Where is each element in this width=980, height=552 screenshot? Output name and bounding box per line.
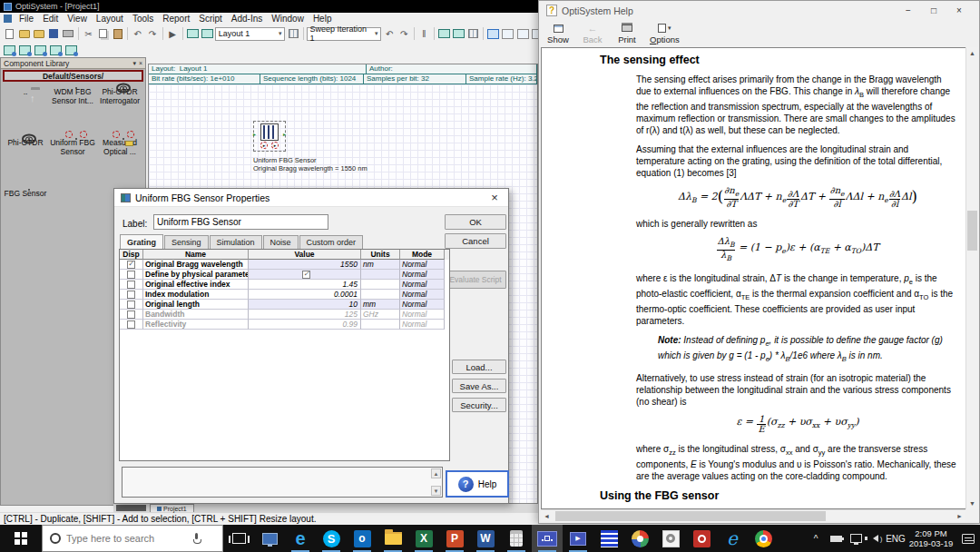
battery-icon[interactable] [826,536,846,542]
input-port[interactable]: ▸ [260,142,268,149]
dialog-title-bar[interactable]: Uniform FBG Sensor Properties × [114,189,508,207]
menu-edit[interactable]: Edit [38,14,63,24]
vertical-scrollbar[interactable]: ▲ ▼ [965,47,978,509]
dialog-close-icon[interactable]: × [487,191,502,204]
disp-checkbox[interactable]: ✓ [127,261,135,269]
taskbar-icon-chrome[interactable] [748,525,779,552]
scroll-left-icon[interactable]: ◄ [541,510,553,522]
tab-scroll-block[interactable] [116,505,146,511]
view-horizontal-button[interactable] [516,26,530,41]
start-button[interactable] [0,525,42,552]
open-sample-button[interactable] [32,26,45,41]
component-tool-icon-5[interactable] [65,45,77,55]
close-button[interactable]: × [946,5,972,15]
panel-close-icon[interactable]: × [139,60,142,67]
taskbar-icon-file-explorer[interactable] [377,525,408,552]
save-button[interactable] [47,26,61,41]
vertical-scroll-thumb[interactable] [967,211,977,251]
taskbar-search[interactable] [42,525,223,552]
copy-button[interactable] [96,26,110,41]
label-input[interactable] [153,214,328,230]
print-button[interactable] [62,26,75,41]
library-item-up[interactable]: ↑ .. [2,85,49,136]
layout-view-button[interactable] [185,26,199,41]
library-item-phi-otdr-interrogator[interactable]: Phi-OTDR Interrogator [96,85,143,136]
scroll-right-icon[interactable]: ► [954,510,965,522]
taskbar-icon-word[interactable]: W [470,525,501,552]
taskbar-icon-waveform-app[interactable] [593,525,624,552]
minimize-button[interactable]: − [896,5,921,15]
library-item-phi-otdr[interactable]: Phi-OTDR [2,136,49,187]
speaker-icon[interactable]: ) [866,535,886,543]
tray-chevron-up[interactable]: ^ [806,534,826,544]
menu-add-ins[interactable]: Add-Ins [227,14,267,24]
taskbar-icon-outlook[interactable]: o [347,525,377,552]
cut-button[interactable]: ✂ [82,26,95,41]
maximize-button[interactable]: □ [921,5,946,15]
tab-noise[interactable]: Noise [263,235,299,249]
undo-button[interactable]: ↶ [131,26,144,41]
output-port[interactable]: ▸ [271,142,279,149]
tab-grating[interactable]: Grating [120,234,163,249]
taskbar-icon-remote-desktop[interactable] [254,525,285,552]
horizontal-scrollbar[interactable]: ◄ ► [541,509,965,522]
next-iteration-button[interactable]: ↷ [397,26,411,41]
component-tool-icon-3[interactable] [34,45,46,55]
menu-report[interactable]: Report [158,14,194,24]
value-cell[interactable]: 1.45 [249,280,361,290]
scroll-up-icon[interactable]: ▲ [431,468,441,478]
scroll-down-icon[interactable]: ▼ [431,486,441,496]
redo-button[interactable]: ↷ [145,26,159,41]
security-button[interactable]: Security... [452,398,506,412]
menu-tools[interactable]: Tools [128,14,158,24]
component-tool-icon-2[interactable] [19,45,31,55]
search-input[interactable] [66,533,188,544]
value-cell[interactable]: 10 [249,300,361,310]
view-split-button[interactable] [501,26,514,41]
layout-grid-button[interactable] [286,26,299,41]
layout-tool-button[interactable] [466,26,480,41]
tab-custom-order[interactable]: Custom order [299,235,364,249]
tab-sensing[interactable]: Sensing [164,235,209,249]
taskbar-icon-optisystem[interactable] [532,525,563,552]
description-textarea[interactable]: ▲ ▼ [122,467,443,498]
taskbar-clock[interactable]: 2:09 PM 2019-03-19 [906,528,956,548]
taskbar-icon-red-app[interactable] [686,525,717,552]
ok-button[interactable]: OK [445,214,506,230]
library-item-measured-optical[interactable]: Measured Optical ... [96,136,143,187]
uniform-fbg-sensor-component[interactable]: ▸ ▸ ▸ ▸ [253,121,286,152]
network-icon[interactable] [846,534,866,543]
taskbar-icon-skype[interactable]: S [316,525,347,552]
taskbar-icon-design-app[interactable] [624,525,655,552]
disp-checkbox[interactable] [127,291,135,299]
library-item-fbg-sensor[interactable]: FBG Sensor [2,187,49,238]
menu-view[interactable]: View [63,14,92,24]
load-button[interactable]: Load... [452,360,506,374]
disp-checkbox[interactable] [127,301,135,309]
help-title-bar[interactable]: ? OptiSystem Help − □ × [539,1,979,20]
previous-iteration-button[interactable]: ↶ [382,26,396,41]
value-cell[interactable]: 0.0001 [249,290,361,300]
menu-script[interactable]: Script [194,14,227,24]
show-button[interactable]: Show [546,22,570,44]
menu-file[interactable]: File [15,14,38,24]
menu-window[interactable]: Window [267,14,309,24]
layout-select[interactable]: Layout 1 ▾ [215,27,286,41]
horizontal-scroll-thumb[interactable] [555,511,826,521]
task-view-button[interactable] [223,525,254,552]
component-tool-button[interactable] [452,26,466,41]
taskbar-icon-excel[interactable]: X [408,525,439,552]
sweep-iteration-select[interactable]: Sweep Iteration 1 ▾ [307,27,382,41]
value-cell[interactable]: ✓ [249,270,361,280]
component-tool-icon-4[interactable] [50,45,62,55]
microphone-icon[interactable] [193,533,200,544]
disp-checkbox[interactable] [127,281,135,289]
report-view-button[interactable] [201,26,214,41]
panel-pin-icon[interactable]: ▾ [132,60,136,67]
options-button[interactable]: ▾ Options [650,22,680,44]
scroll-down-icon[interactable]: ▼ [966,498,978,509]
taskbar-icon-internet-explorer[interactable]: e [717,525,748,552]
cancel-button[interactable]: Cancel [445,233,506,249]
library-item-uniform-fbg-sensor[interactable]: Uniform FBG Sensor [49,136,96,187]
value-cell[interactable]: 1550 [249,260,361,270]
